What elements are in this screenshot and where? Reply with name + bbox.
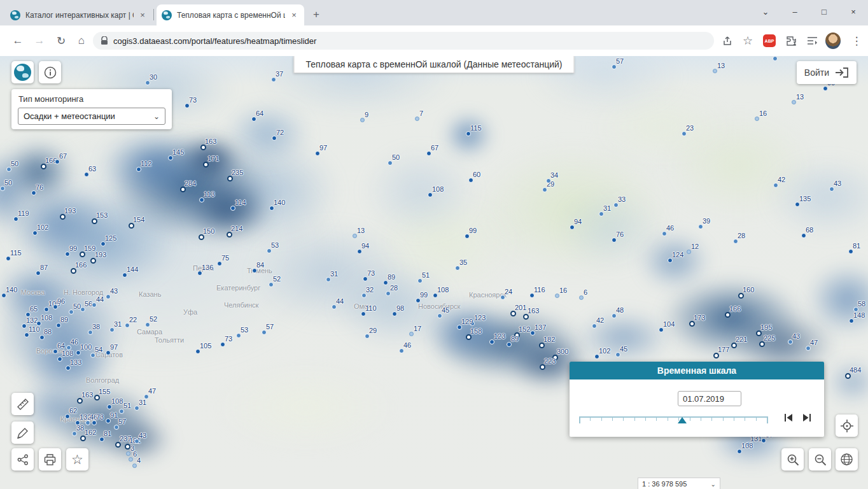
station-point[interactable] <box>510 311 516 316</box>
station-point[interactable] <box>107 404 112 409</box>
station-point[interactable] <box>829 187 834 192</box>
station-point[interactable] <box>689 321 695 327</box>
station-point[interactable] <box>755 117 759 121</box>
station-point[interactable] <box>94 395 100 400</box>
station-point[interactable] <box>365 334 370 339</box>
station-point[interactable] <box>326 277 331 282</box>
station-point[interactable] <box>90 258 96 264</box>
station-point[interactable] <box>361 293 367 298</box>
full-extent-button[interactable] <box>836 448 858 471</box>
station-point[interactable] <box>122 273 127 278</box>
station-point[interactable] <box>823 86 828 91</box>
station-point[interactable] <box>612 313 617 318</box>
station-point[interactable] <box>69 309 74 315</box>
timeslider-date-input[interactable]: 01.07.2019 <box>678 391 741 406</box>
station-point[interactable] <box>126 451 130 456</box>
station-point[interactable] <box>272 136 277 141</box>
station-point[interactable] <box>13 216 18 222</box>
station-point[interactable] <box>659 327 664 332</box>
station-point[interactable] <box>6 256 11 261</box>
station-point[interactable] <box>99 437 104 442</box>
station-point[interactable] <box>267 248 272 253</box>
reload-button[interactable]: ↻ <box>52 32 70 50</box>
home-button[interactable]: ⌂ <box>73 32 90 50</box>
timeslider-marker[interactable] <box>678 417 687 423</box>
station-point[interactable] <box>144 394 149 399</box>
station-point[interactable] <box>848 249 853 254</box>
map-canvas[interactable]: МоскваН. НовгородКазаньПермьТюменьЕкатер… <box>0 56 868 489</box>
station-point[interactable] <box>738 293 744 299</box>
station-point[interactable] <box>353 234 357 238</box>
station-point[interactable] <box>230 206 235 211</box>
station-point[interactable] <box>134 406 139 411</box>
station-point[interactable] <box>119 409 124 414</box>
station-point[interactable] <box>72 431 77 436</box>
station-point[interactable] <box>615 352 620 357</box>
station-point[interactable] <box>332 304 337 309</box>
favorites-button[interactable]: ☆ <box>66 448 88 471</box>
station-point[interactable] <box>129 223 134 229</box>
skip-to-start-button[interactable] <box>781 410 796 425</box>
measure-tools-button[interactable] <box>11 393 34 415</box>
station-point[interactable] <box>845 373 851 379</box>
station-point[interactable] <box>731 343 737 348</box>
station-point[interactable] <box>125 323 130 328</box>
station-point[interactable] <box>668 258 673 263</box>
station-point[interactable] <box>227 232 232 237</box>
bookmark-star-icon[interactable]: ☆ <box>740 33 755 48</box>
station-point[interactable] <box>53 349 58 354</box>
station-point[interactable] <box>114 425 119 430</box>
station-point[interactable] <box>500 295 505 300</box>
station-point[interactable] <box>55 159 60 164</box>
info-button[interactable] <box>39 61 61 83</box>
station-point[interactable] <box>773 56 778 61</box>
station-point[interactable] <box>271 77 276 82</box>
station-point[interactable] <box>145 322 150 327</box>
station-point[interactable] <box>426 151 431 156</box>
station-point[interactable] <box>756 330 762 336</box>
station-point[interactable] <box>199 197 204 202</box>
station-point[interactable] <box>773 183 778 188</box>
station-point[interactable] <box>725 312 731 318</box>
station-point[interactable] <box>80 307 85 312</box>
station-point[interactable] <box>363 276 368 281</box>
station-point[interactable] <box>555 294 559 298</box>
station-point[interactable] <box>41 164 46 169</box>
station-point[interactable] <box>737 449 742 454</box>
station-point[interactable] <box>129 457 133 462</box>
edit-features-button[interactable] <box>11 422 34 444</box>
station-point[interactable] <box>106 418 111 423</box>
station-point[interactable] <box>428 192 433 197</box>
tab-close-icon[interactable]: × <box>137 10 148 20</box>
station-point[interactable] <box>546 178 551 183</box>
station-point[interactable] <box>613 202 619 208</box>
station-point[interactable] <box>416 298 421 303</box>
station-point[interactable] <box>24 332 29 337</box>
station-point[interactable] <box>592 323 597 329</box>
station-point[interactable] <box>53 304 58 309</box>
station-point[interactable] <box>217 261 222 266</box>
station-point[interactable] <box>662 231 667 236</box>
station-point[interactable] <box>612 64 617 69</box>
station-point[interactable] <box>92 218 97 224</box>
station-point[interactable] <box>109 327 115 332</box>
station-point[interactable] <box>84 172 89 177</box>
browser-menu-kebab-icon[interactable]: ⋮ <box>849 33 864 48</box>
station-point[interactable] <box>0 186 5 191</box>
station-point[interactable] <box>60 214 66 220</box>
station-point[interactable] <box>101 241 106 246</box>
station-point[interactable] <box>262 330 267 335</box>
station-point[interactable] <box>71 268 76 274</box>
station-point[interactable] <box>792 100 796 104</box>
station-point[interactable] <box>687 250 691 254</box>
station-point[interactable] <box>44 307 49 312</box>
station-point[interactable] <box>468 178 473 183</box>
station-point[interactable] <box>542 187 547 192</box>
station-point[interactable] <box>698 224 703 229</box>
station-point[interactable] <box>529 293 535 298</box>
station-point[interactable] <box>713 69 717 73</box>
station-point[interactable] <box>76 350 81 355</box>
window-minimize-button[interactable]: – <box>780 0 809 23</box>
station-point[interactable] <box>80 252 85 257</box>
station-point[interactable] <box>437 313 442 318</box>
